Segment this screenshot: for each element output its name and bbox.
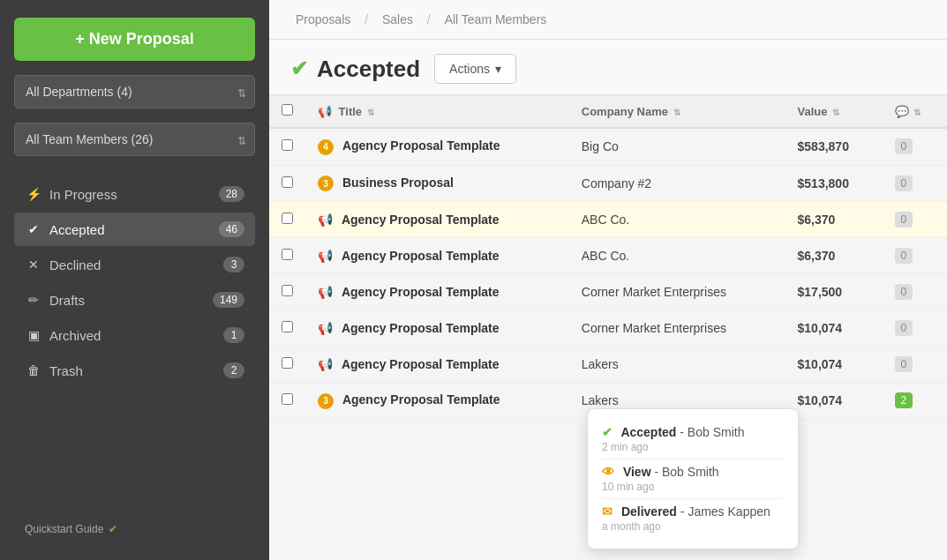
row-value-cell: $17,500 <box>785 274 883 310</box>
sidebar-item-in-progress[interactable]: ⚡ In Progress 28 <box>14 177 255 211</box>
table-row: 📢 Agency Proposal Template Corner Market… <box>269 310 947 347</box>
row-company-cell: Lakers <box>569 347 785 383</box>
row-checkbox-cell <box>269 202 305 238</box>
sidebar-item-badge: 2 <box>223 362 244 378</box>
company-column-header[interactable]: Company Name ⇅ <box>569 95 785 128</box>
row-title-cell[interactable]: 📢 Agency Proposal Template <box>305 347 569 383</box>
megaphone-icon: 📢 <box>318 213 333 227</box>
row-checkbox[interactable] <box>282 139 293 151</box>
comment-count: 0 <box>895 175 913 191</box>
in-progress-icon: ⚡ <box>25 187 42 201</box>
row-comment-cell: 2 <box>883 383 947 420</box>
row-checkbox[interactable] <box>282 285 293 296</box>
team-select[interactable]: All Team Members (26) <box>14 123 255 156</box>
table-row: 📢 Agency Proposal Template Corner Market… <box>269 274 947 310</box>
row-checkbox-cell <box>269 347 305 383</box>
row-checkbox-cell <box>269 310 305 347</box>
row-checkbox[interactable] <box>282 213 293 224</box>
tooltip-action-icon: ✉ <box>602 504 613 519</box>
proposal-title: Agency Proposal Template <box>342 249 500 263</box>
sidebar-item-label: Accepted <box>49 222 219 237</box>
archived-icon: ▣ <box>25 328 42 342</box>
proposals-table: 📢 Title ⇅ Company Name ⇅ Value ⇅ 💬 ⇅ <box>269 95 947 420</box>
row-checkbox[interactable] <box>282 357 293 369</box>
table-container: 📢 Title ⇅ Company Name ⇅ Value ⇅ 💬 ⇅ <box>269 95 947 560</box>
row-title-cell[interactable]: 3 Agency Proposal Template <box>305 383 569 420</box>
actions-chevron-icon: ▾ <box>495 62 501 76</box>
accepted-check-icon: ✔ <box>290 56 308 81</box>
sidebar-item-badge: 1 <box>223 327 244 343</box>
row-comment-cell: 0 <box>883 202 947 238</box>
tooltip-person: - Bob Smith <box>680 425 744 439</box>
declined-icon: ✕ <box>25 258 42 272</box>
megaphone-icon: 📢 <box>318 357 333 371</box>
row-value-cell: $513,800 <box>785 165 883 202</box>
row-checkbox[interactable] <box>282 393 293 405</box>
actions-button[interactable]: Actions ▾ <box>434 54 516 84</box>
row-value-cell: $10,074 <box>785 310 883 347</box>
sidebar-item-accepted[interactable]: ✔ Accepted 46 <box>14 213 255 246</box>
drafts-icon: ✏ <box>25 293 42 307</box>
row-title-cell[interactable]: 📢 Agency Proposal Template <box>305 238 569 274</box>
tooltip-action-icon: 👁 <box>602 465 614 479</box>
priority-badge: 4 <box>318 139 334 155</box>
breadcrumb-part-1[interactable]: Proposals <box>296 12 350 26</box>
tooltip-action-name: Accepted <box>620 425 676 439</box>
sidebar-item-badge: 28 <box>219 186 244 202</box>
row-title-cell[interactable]: 📢 Agency Proposal Template <box>305 274 569 310</box>
row-title-cell[interactable]: 📢 Agency Proposal Template <box>305 202 569 238</box>
row-value-cell: $6,370 <box>785 238 883 274</box>
row-checkbox-cell <box>269 238 305 274</box>
select-all-checkbox[interactable] <box>282 104 293 116</box>
sidebar-item-label: Archived <box>49 328 223 343</box>
tooltip-action-name: Delivered <box>621 504 677 519</box>
row-company-cell: Corner Market Enterprises <box>569 274 785 310</box>
megaphone-icon: 📢 <box>318 285 333 299</box>
row-value-cell: $10,074 <box>785 383 883 420</box>
sidebar-item-declined[interactable]: ✕ Declined 3 <box>14 248 255 281</box>
title-sort-icon: ⇅ <box>367 108 374 117</box>
tooltip-person: - James Kappen <box>680 504 770 519</box>
row-checkbox[interactable] <box>282 249 293 260</box>
department-select[interactable]: All Departments (4) <box>14 75 255 108</box>
content-header: ✔ Accepted Actions ▾ <box>269 40 947 95</box>
row-company-cell: Big Co <box>569 128 785 165</box>
tooltip-time: 2 min ago <box>602 441 784 453</box>
row-checkbox[interactable] <box>282 176 293 188</box>
title-column-header[interactable]: 📢 Title ⇅ <box>305 95 569 128</box>
breadcrumb-part-3[interactable]: All Team Members <box>445 12 547 26</box>
table-row: 3 Business Proposal Company #2 $513,800 … <box>269 165 947 202</box>
tooltip-item-title: 👁 View - Bob Smith <box>602 465 784 479</box>
row-comment-cell: 0 <box>883 310 947 347</box>
main-content: Proposals / Sales / All Team Members ✔ A… <box>269 0 947 560</box>
row-title-cell[interactable]: 3 Business Proposal <box>305 165 569 202</box>
page-title: ✔ Accepted <box>290 56 420 83</box>
tooltip-item: ✉ Delivered - James Kappen a month ago <box>602 499 784 538</box>
new-proposal-button[interactable]: + New Proposal <box>14 18 255 61</box>
breadcrumb: Proposals / Sales / All Team Members <box>269 0 947 40</box>
tooltip-item: 👁 View - Bob Smith 10 min ago <box>602 459 784 499</box>
sidebar-nav: ⚡ In Progress 28 ✔ Accepted 46 ✕ Decline… <box>14 177 255 387</box>
row-company-cell: Corner Market Enterprises <box>569 310 785 347</box>
sidebar-item-label: Drafts <box>49 293 213 308</box>
sidebar-item-badge: 46 <box>219 221 244 237</box>
table-row: 4 Agency Proposal Template Big Co $583,8… <box>269 128 947 165</box>
row-title-cell[interactable]: 📢 Agency Proposal Template <box>305 310 569 347</box>
row-title-cell[interactable]: 4 Agency Proposal Template <box>305 128 569 165</box>
tooltip-item-title: ✔ Accepted - Bob Smith <box>602 425 784 439</box>
value-column-header[interactable]: Value ⇅ <box>785 95 883 128</box>
tooltip-person: - Bob Smith <box>654 465 718 479</box>
megaphone-col-icon: 📢 <box>318 105 332 118</box>
activity-tooltip: ✔ Accepted - Bob Smith 2 min ago 👁 View … <box>587 408 799 549</box>
department-select-wrapper: All Departments (4) <box>14 75 255 112</box>
sidebar-item-trash[interactable]: 🗑 Trash 2 <box>14 354 255 387</box>
row-checkbox-cell <box>269 165 305 202</box>
breadcrumb-part-2[interactable]: Sales <box>382 12 413 26</box>
comment-count: 0 <box>895 248 913 264</box>
sidebar-item-archived[interactable]: ▣ Archived 1 <box>14 318 255 352</box>
breadcrumb-sep-2: / <box>427 12 431 26</box>
comment-count: 0 <box>895 356 913 372</box>
sidebar-item-drafts[interactable]: ✏ Drafts 149 <box>14 283 255 317</box>
row-checkbox[interactable] <box>282 321 293 332</box>
sidebar-item-label: Trash <box>49 363 223 378</box>
